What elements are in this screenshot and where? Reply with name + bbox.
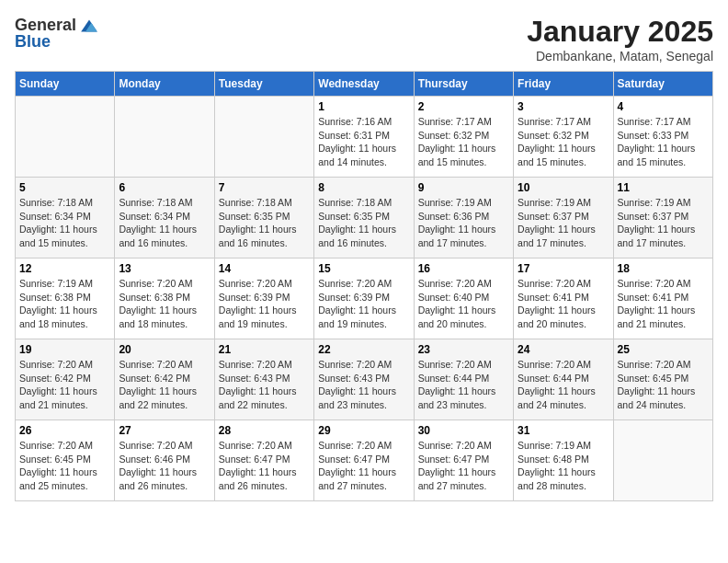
day-info: Sunrise: 7:20 AMSunset: 6:40 PMDaylight:… xyxy=(418,277,509,331)
calendar-cell: 14Sunrise: 7:20 AMSunset: 6:39 PMDayligh… xyxy=(214,259,313,339)
day-number: 16 xyxy=(418,262,509,275)
calendar-cell: 18Sunrise: 7:20 AMSunset: 6:41 PMDayligh… xyxy=(613,259,712,339)
day-info: Sunrise: 7:19 AMSunset: 6:38 PMDaylight:… xyxy=(19,277,110,331)
calendar-cell xyxy=(214,97,313,178)
weekday-header-monday: Monday xyxy=(115,72,214,97)
calendar-cell: 1Sunrise: 7:16 AMSunset: 6:31 PMDaylight… xyxy=(314,97,414,178)
calendar-cell: 24Sunrise: 7:20 AMSunset: 6:44 PMDayligh… xyxy=(514,339,613,420)
day-number: 28 xyxy=(219,424,310,437)
day-info: Sunrise: 7:20 AMSunset: 6:46 PMDaylight:… xyxy=(119,439,210,493)
calendar-cell: 25Sunrise: 7:20 AMSunset: 6:45 PMDayligh… xyxy=(613,339,712,420)
calendar-cell: 12Sunrise: 7:19 AMSunset: 6:38 PMDayligh… xyxy=(16,259,115,339)
day-number: 15 xyxy=(318,262,409,275)
day-info: Sunrise: 7:19 AMSunset: 6:48 PMDaylight:… xyxy=(518,439,609,493)
calendar-week-row: 5Sunrise: 7:18 AMSunset: 6:34 PMDaylight… xyxy=(16,178,713,259)
calendar-cell: 22Sunrise: 7:20 AMSunset: 6:43 PMDayligh… xyxy=(314,339,414,420)
calendar-cell: 6Sunrise: 7:18 AMSunset: 6:34 PMDaylight… xyxy=(115,178,214,259)
day-number: 4 xyxy=(618,100,709,113)
day-info: Sunrise: 7:20 AMSunset: 6:39 PMDaylight:… xyxy=(318,277,409,331)
day-info: Sunrise: 7:19 AMSunset: 6:37 PMDaylight:… xyxy=(518,196,609,250)
day-number: 25 xyxy=(618,343,709,356)
day-number: 24 xyxy=(518,343,609,356)
day-info: Sunrise: 7:20 AMSunset: 6:43 PMDaylight:… xyxy=(318,358,409,412)
logo: General Blue xyxy=(15,15,100,52)
calendar-table: SundayMondayTuesdayWednesdayThursdayFrid… xyxy=(15,71,713,501)
day-info: Sunrise: 7:20 AMSunset: 6:38 PMDaylight:… xyxy=(119,277,210,331)
day-number: 10 xyxy=(518,181,609,194)
day-info: Sunrise: 7:20 AMSunset: 6:42 PMDaylight:… xyxy=(19,358,110,412)
day-number: 26 xyxy=(19,424,110,437)
day-info: Sunrise: 7:18 AMSunset: 6:35 PMDaylight:… xyxy=(318,196,409,250)
day-info: Sunrise: 7:17 AMSunset: 6:32 PMDaylight:… xyxy=(418,115,509,169)
calendar-cell: 27Sunrise: 7:20 AMSunset: 6:46 PMDayligh… xyxy=(115,420,214,501)
weekday-header-tuesday: Tuesday xyxy=(214,72,313,97)
day-info: Sunrise: 7:20 AMSunset: 6:41 PMDaylight:… xyxy=(518,277,609,331)
calendar-cell xyxy=(613,420,712,501)
day-number: 30 xyxy=(418,424,509,437)
month-title: January 2025 xyxy=(527,15,713,49)
calendar-cell: 17Sunrise: 7:20 AMSunset: 6:41 PMDayligh… xyxy=(514,259,613,339)
calendar-week-row: 12Sunrise: 7:19 AMSunset: 6:38 PMDayligh… xyxy=(16,259,713,339)
title-block: January 2025 Dembankane, Matam, Senegal xyxy=(527,15,713,63)
day-info: Sunrise: 7:20 AMSunset: 6:44 PMDaylight:… xyxy=(518,358,609,412)
day-number: 29 xyxy=(318,424,409,437)
day-number: 23 xyxy=(418,343,509,356)
calendar-cell: 31Sunrise: 7:19 AMSunset: 6:48 PMDayligh… xyxy=(514,420,613,501)
calendar-cell: 19Sunrise: 7:20 AMSunset: 6:42 PMDayligh… xyxy=(16,339,115,420)
calendar-cell: 13Sunrise: 7:20 AMSunset: 6:38 PMDayligh… xyxy=(115,259,214,339)
calendar-cell: 16Sunrise: 7:20 AMSunset: 6:40 PMDayligh… xyxy=(414,259,513,339)
day-number: 20 xyxy=(119,343,210,356)
calendar-week-row: 19Sunrise: 7:20 AMSunset: 6:42 PMDayligh… xyxy=(16,339,713,420)
calendar-cell: 28Sunrise: 7:20 AMSunset: 6:47 PMDayligh… xyxy=(214,420,313,501)
calendar-cell: 5Sunrise: 7:18 AMSunset: 6:34 PMDaylight… xyxy=(16,178,115,259)
day-number: 27 xyxy=(119,424,210,437)
calendar-cell: 21Sunrise: 7:20 AMSunset: 6:43 PMDayligh… xyxy=(214,339,313,420)
day-number: 1 xyxy=(318,100,409,113)
calendar-cell: 2Sunrise: 7:17 AMSunset: 6:32 PMDaylight… xyxy=(414,97,513,178)
day-info: Sunrise: 7:20 AMSunset: 6:45 PMDaylight:… xyxy=(618,358,709,412)
calendar-cell: 10Sunrise: 7:19 AMSunset: 6:37 PMDayligh… xyxy=(514,178,613,259)
day-number: 31 xyxy=(518,424,609,437)
day-number: 7 xyxy=(219,181,310,194)
day-number: 18 xyxy=(618,262,709,275)
day-info: Sunrise: 7:20 AMSunset: 6:42 PMDaylight:… xyxy=(119,358,210,412)
day-info: Sunrise: 7:20 AMSunset: 6:44 PMDaylight:… xyxy=(418,358,509,412)
calendar-cell: 8Sunrise: 7:18 AMSunset: 6:35 PMDaylight… xyxy=(314,178,414,259)
day-number: 21 xyxy=(219,343,310,356)
day-info: Sunrise: 7:20 AMSunset: 6:47 PMDaylight:… xyxy=(219,439,310,493)
day-number: 2 xyxy=(418,100,509,113)
day-number: 17 xyxy=(518,262,609,275)
day-number: 6 xyxy=(119,181,210,194)
day-info: Sunrise: 7:20 AMSunset: 6:47 PMDaylight:… xyxy=(418,439,509,493)
calendar-cell: 11Sunrise: 7:19 AMSunset: 6:37 PMDayligh… xyxy=(613,178,712,259)
day-number: 19 xyxy=(19,343,110,356)
calendar-cell: 3Sunrise: 7:17 AMSunset: 6:32 PMDaylight… xyxy=(514,97,613,178)
day-number: 11 xyxy=(618,181,709,194)
calendar-cell: 26Sunrise: 7:20 AMSunset: 6:45 PMDayligh… xyxy=(16,420,115,501)
day-info: Sunrise: 7:18 AMSunset: 6:34 PMDaylight:… xyxy=(119,196,210,250)
day-number: 13 xyxy=(119,262,210,275)
day-info: Sunrise: 7:20 AMSunset: 6:45 PMDaylight:… xyxy=(19,439,110,493)
weekday-header-wednesday: Wednesday xyxy=(314,72,414,97)
weekday-header-row: SundayMondayTuesdayWednesdayThursdayFrid… xyxy=(16,72,713,97)
calendar-cell: 30Sunrise: 7:20 AMSunset: 6:47 PMDayligh… xyxy=(414,420,513,501)
weekday-header-saturday: Saturday xyxy=(613,72,712,97)
day-info: Sunrise: 7:17 AMSunset: 6:32 PMDaylight:… xyxy=(518,115,609,169)
day-info: Sunrise: 7:19 AMSunset: 6:37 PMDaylight:… xyxy=(618,196,709,250)
day-info: Sunrise: 7:20 AMSunset: 6:41 PMDaylight:… xyxy=(618,277,709,331)
weekday-header-friday: Friday xyxy=(514,72,613,97)
day-number: 12 xyxy=(19,262,110,275)
day-info: Sunrise: 7:20 AMSunset: 6:47 PMDaylight:… xyxy=(318,439,409,493)
page-header: General Blue January 2025 Dembankane, Ma… xyxy=(15,15,713,63)
calendar-week-row: 1Sunrise: 7:16 AMSunset: 6:31 PMDaylight… xyxy=(16,97,713,178)
day-info: Sunrise: 7:16 AMSunset: 6:31 PMDaylight:… xyxy=(318,115,409,169)
calendar-cell: 7Sunrise: 7:18 AMSunset: 6:35 PMDaylight… xyxy=(214,178,313,259)
calendar-cell: 20Sunrise: 7:20 AMSunset: 6:42 PMDayligh… xyxy=(115,339,214,420)
day-info: Sunrise: 7:18 AMSunset: 6:35 PMDaylight:… xyxy=(219,196,310,250)
calendar-cell: 4Sunrise: 7:17 AMSunset: 6:33 PMDaylight… xyxy=(613,97,712,178)
calendar-week-row: 26Sunrise: 7:20 AMSunset: 6:45 PMDayligh… xyxy=(16,420,713,501)
calendar-cell xyxy=(16,97,115,178)
weekday-header-thursday: Thursday xyxy=(414,72,513,97)
day-number: 8 xyxy=(318,181,409,194)
calendar-cell: 9Sunrise: 7:19 AMSunset: 6:36 PMDaylight… xyxy=(414,178,513,259)
